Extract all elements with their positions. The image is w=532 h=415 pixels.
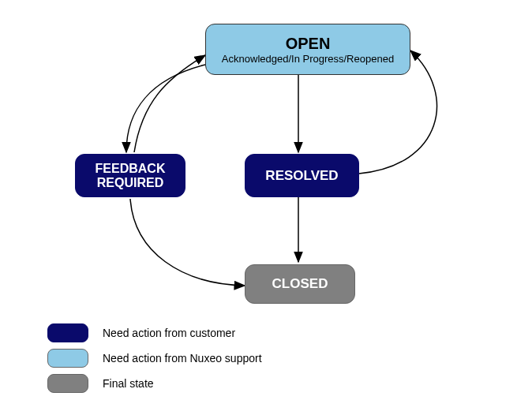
node-closed-title: CLOSED <box>272 276 328 292</box>
legend-label-customer: Need action from customer <box>103 327 235 339</box>
node-open-subtitle: Acknowledged/In Progress/Reopened <box>222 53 394 65</box>
legend-swatch-gray <box>47 374 88 393</box>
legend: Need action from customer Need action fr… <box>47 323 262 399</box>
legend-row-customer: Need action from customer <box>47 323 262 342</box>
node-feedback-required: FEEDBACK REQUIRED <box>75 154 185 197</box>
legend-swatch-dark <box>47 323 88 342</box>
node-feedback-line2: REQUIRED <box>97 176 163 190</box>
node-open-title: OPEN <box>286 35 331 53</box>
legend-label-support: Need action from Nuxeo support <box>103 352 262 365</box>
node-open: OPEN Acknowledged/In Progress/Reopened <box>205 24 410 75</box>
node-closed: CLOSED <box>245 264 355 304</box>
node-resolved-title: RESOLVED <box>265 168 338 184</box>
legend-swatch-light <box>47 349 88 368</box>
node-resolved: RESOLVED <box>245 154 359 197</box>
legend-label-final: Final state <box>103 377 154 390</box>
legend-row-support: Need action from Nuxeo support <box>47 349 262 368</box>
legend-row-final: Final state <box>47 374 262 393</box>
node-feedback-line1: FEEDBACK <box>96 162 166 176</box>
